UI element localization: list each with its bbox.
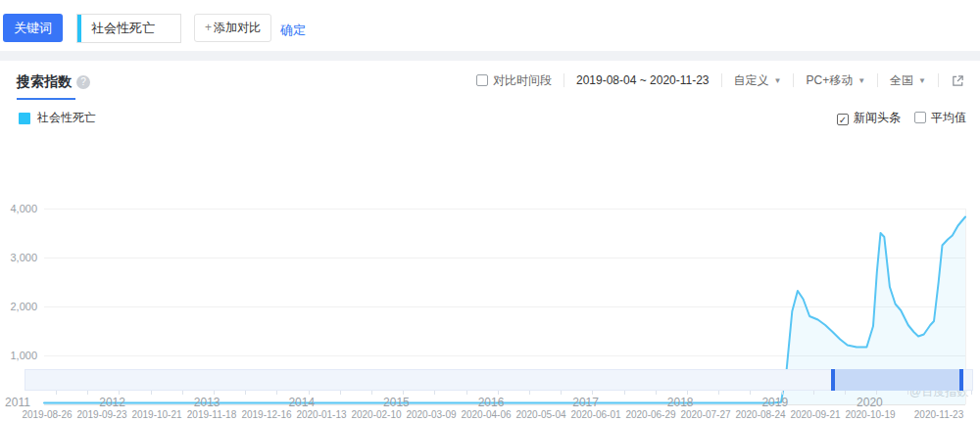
timeline-tick (561, 391, 562, 395)
keyword-color-accent (77, 15, 81, 42)
timeline-tick (182, 391, 183, 395)
timeline-tick (750, 391, 751, 395)
timeline-tick (718, 391, 719, 395)
y-axis-label: 2,000 (0, 301, 37, 312)
timeline-year-label: 2011 (0, 396, 47, 409)
section-divider (0, 51, 980, 61)
timeline-tick (309, 391, 310, 395)
timeline-slider[interactable] (24, 369, 973, 391)
timeline-year-label: 2019 (746, 396, 805, 409)
timeline-right-handle[interactable] (959, 369, 963, 391)
timeline-tick (971, 391, 972, 395)
timeline-tick (466, 391, 467, 395)
plus-icon: + (205, 21, 212, 34)
separator (564, 73, 564, 87)
chevron-down-icon: ▼ (918, 76, 926, 85)
timeline-tick (687, 391, 688, 395)
timeline-tick (214, 391, 215, 395)
keyword-toolbar: 关键词 社会性死亡 +添加对比 确定 (0, 0, 980, 51)
timeline-selected-range[interactable] (831, 369, 963, 391)
date-range-value[interactable]: 2019-08-04 ~ 2020-11-23 (576, 73, 710, 87)
timeline-tick (434, 391, 435, 395)
range-mode-dropdown[interactable]: 自定义▼ (734, 72, 782, 89)
timeline-tick (119, 391, 120, 395)
region-dropdown[interactable]: 全国▼ (890, 72, 926, 89)
tab-label: 搜索指数 (17, 73, 72, 89)
timeline-tick (592, 391, 593, 395)
timeline-year-label: 2013 (177, 396, 236, 409)
add-compare-button[interactable]: +添加对比 (194, 14, 271, 42)
tab-active-indicator (17, 98, 75, 100)
add-compare-label: 添加对比 (214, 21, 261, 34)
range-mode-value: 自定义 (734, 72, 769, 89)
timeline-tick (624, 391, 625, 395)
timeline-year-label: 2014 (272, 396, 331, 409)
keyword-input-value: 社会性死亡 (77, 20, 155, 37)
x-axis-label: 2020-11-23 (902, 409, 976, 420)
y-axis-label: 1,000 (0, 350, 37, 361)
timeline-year-label: 2015 (367, 396, 425, 409)
export-icon[interactable] (951, 73, 965, 88)
separator (938, 73, 939, 87)
timeline-tick (403, 391, 404, 395)
timeline-year-label: 2012 (83, 396, 142, 409)
separator (793, 73, 794, 87)
timeline-tick (529, 391, 530, 395)
keyword-button[interactable]: 关键词 (3, 14, 63, 42)
timeline-tick (245, 391, 246, 395)
tab-search-index[interactable]: 搜索指数? (17, 72, 90, 91)
timeline-left-handle[interactable] (831, 369, 835, 391)
timeline-tick (371, 391, 372, 395)
timeline-tick (907, 391, 908, 395)
timeline-tick (340, 391, 341, 395)
keyword-input[interactable]: 社会性死亡 (76, 14, 181, 43)
timeline-tick (276, 391, 277, 395)
timeline-tick (56, 391, 57, 395)
chevron-down-icon: ▼ (774, 76, 782, 85)
timeline-tick (876, 391, 877, 395)
search-index-panel: 搜索指数? 对比时间段 2019-08-04 ~ 2020-11-23 自定义▼… (0, 61, 980, 422)
separator (721, 73, 722, 87)
help-icon[interactable]: ? (76, 75, 90, 89)
timeline-tick (782, 391, 783, 395)
y-axis-label: 4,000 (0, 203, 37, 214)
timeline-year-label: 2016 (462, 396, 520, 409)
y-axis-label: 3,000 (0, 252, 37, 263)
timeline-tick (656, 391, 657, 395)
trend-chart[interactable]: @百度指数 4,0003,0002,0001,0002019-08-262019… (0, 121, 980, 361)
chart-controls: 对比时间段 2019-08-04 ~ 2020-11-23 自定义▼ PC+移动… (476, 70, 965, 90)
compare-period-label: 对比时间段 (493, 73, 552, 87)
timeline-year-label: 2020 (840, 396, 899, 409)
checkbox-icon[interactable] (476, 74, 488, 86)
compare-period-checkbox[interactable]: 对比时间段 (476, 72, 552, 89)
timeline-year-label: 2017 (557, 396, 615, 409)
x-axis-label: 2020-10-19 (833, 409, 907, 420)
device-value: PC+移动 (806, 72, 853, 89)
timeline-year-label: 2018 (651, 396, 710, 409)
timeline-tick (813, 391, 814, 395)
region-value: 全国 (890, 72, 913, 89)
confirm-link[interactable]: 确定 (280, 22, 306, 39)
chevron-down-icon: ▼ (858, 76, 865, 85)
timeline-tick (87, 391, 88, 395)
timeline-tick (940, 391, 941, 395)
device-dropdown[interactable]: PC+移动▼ (806, 72, 865, 89)
timeline-tick (845, 391, 846, 395)
timeline-tick (498, 391, 499, 395)
timeline-tick (151, 391, 152, 395)
separator (877, 73, 878, 87)
